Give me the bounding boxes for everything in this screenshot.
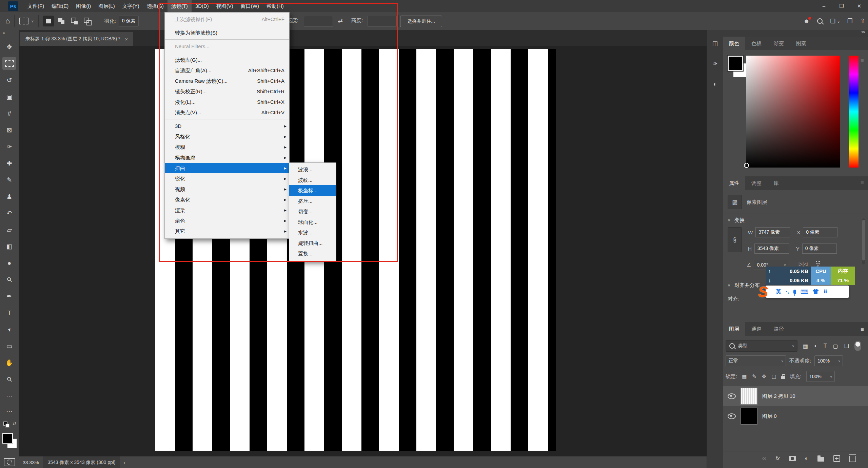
menu-edit[interactable]: 编辑(E): [48, 0, 72, 12]
ime-punctuation-icon[interactable]: ·,: [786, 289, 789, 295]
healing-brush-tool[interactable]: ✚: [0, 155, 19, 172]
feather-input[interactable]: 0 像素: [119, 16, 139, 26]
close-icon[interactable]: ✕: [850, 0, 868, 12]
filter-adjustment-icon[interactable]: ◐: [814, 343, 817, 349]
rectangular-marquee-tool[interactable]: ·: [0, 55, 19, 72]
active-tool-preset[interactable]: ∨: [19, 18, 34, 24]
rectangle-tool[interactable]: ▭: [0, 338, 19, 354]
opacity-input[interactable]: 100%∨: [814, 355, 843, 366]
layer-visibility-icon[interactable]: [728, 393, 736, 399]
layer-thumbnail[interactable]: [741, 408, 757, 425]
keyboard-icon[interactable]: ⌨: [801, 289, 808, 295]
adjustment-layer-icon[interactable]: ◐: [805, 455, 808, 462]
width-value-input[interactable]: 3747 像素: [755, 227, 790, 237]
new-selection-icon[interactable]: [43, 16, 54, 26]
subtract-selection-icon[interactable]: [69, 16, 80, 26]
ime-language-mode[interactable]: 英: [776, 288, 781, 295]
x-value-input[interactable]: 0 像素: [803, 227, 837, 237]
dodge-tool[interactable]: ⚲: [0, 271, 19, 288]
adjustments-panel-icon[interactable]: ◐: [707, 77, 723, 91]
pen-tool[interactable]: ✒: [0, 288, 19, 305]
new-layer-icon[interactable]: [833, 455, 840, 462]
layer-visibility-icon[interactable]: [728, 413, 736, 419]
foreground-color-swatch[interactable]: [2, 433, 13, 444]
link-dimensions-icon[interactable]: §: [728, 227, 742, 252]
path-selection-tool[interactable]: ➤: [0, 321, 19, 338]
quick-mask-icon[interactable]: [4, 458, 15, 466]
swap-colors-icon[interactable]: ⇄: [13, 421, 16, 426]
move-tool[interactable]: ✥: [0, 39, 19, 55]
sogou-logo-icon[interactable]: S: [758, 284, 768, 300]
lock-all-icon[interactable]: [781, 376, 785, 379]
hand-tool[interactable]: ✋: [0, 354, 19, 371]
tab-patterns[interactable]: 图案: [790, 37, 812, 50]
microphone-icon[interactable]: [793, 290, 796, 294]
status-chevron-icon[interactable]: ›: [123, 460, 125, 465]
share-icon[interactable]: ⇧: [860, 17, 865, 25]
color-picker-ring[interactable]: [744, 163, 749, 168]
clone-stamp-tool[interactable]: ♟: [0, 188, 19, 205]
gradient-tool[interactable]: ◧: [0, 238, 19, 255]
filter-type-icon[interactable]: T: [824, 343, 827, 349]
collapse-panels-icon[interactable]: >>: [723, 30, 868, 37]
toolbox-grid-icon[interactable]: ⠿: [823, 289, 828, 295]
tab-swatches[interactable]: 色板: [745, 37, 768, 50]
object-selection-tool[interactable]: ▣: [0, 89, 19, 105]
brush-settings-panel-icon[interactable]: ✑: [707, 57, 723, 71]
edit-toolbar-icon[interactable]: ⋯: [0, 388, 19, 404]
frame-tool[interactable]: ⊠: [0, 122, 19, 138]
layer-style-icon[interactable]: fx: [775, 455, 780, 462]
filter-toggle-icon[interactable]: [854, 341, 861, 351]
info-panel-icon[interactable]: ◫: [707, 37, 723, 50]
tab-properties[interactable]: 属性: [723, 176, 745, 190]
tab-adjustments[interactable]: 调整: [745, 176, 768, 190]
tab-paths[interactable]: 路径: [768, 322, 790, 336]
edit-toolbar-icon[interactable]: ⋯: [0, 403, 19, 420]
lasso-tool[interactable]: ↺: [0, 72, 19, 89]
filter-smart-object-icon[interactable]: ❏: [844, 343, 849, 349]
scrollbar[interactable]: [862, 218, 865, 265]
tab-layers[interactable]: 图层: [723, 322, 745, 336]
lock-transparency-icon[interactable]: ▦: [742, 373, 747, 379]
brush-tool[interactable]: ✎: [0, 172, 19, 188]
tab-gradients[interactable]: 渐变: [768, 37, 790, 50]
menu-file[interactable]: 文件(F): [24, 0, 48, 12]
lock-position-icon[interactable]: ✥: [762, 373, 766, 379]
eyedropper-tool[interactable]: ✑: [0, 138, 19, 155]
height-value-input[interactable]: 3543 像素: [754, 243, 789, 254]
minimize-icon[interactable]: –: [815, 0, 833, 12]
arrange-documents-icon[interactable]: ❐: [847, 17, 853, 25]
y-value-input[interactable]: 0 像素: [802, 243, 837, 254]
transform-section-header[interactable]: ∨ 变换: [728, 217, 745, 223]
lock-artboard-icon[interactable]: ▢: [772, 373, 776, 379]
filter-image-icon[interactable]: ▦: [803, 343, 808, 349]
panel-menu-icon[interactable]: ≡: [861, 180, 864, 187]
fill-input[interactable]: 100%∨: [806, 371, 835, 382]
document-tab[interactable]: 未标题-1 @ 33.3% (图层 2 拷贝 10, RGB/8) * ×: [20, 32, 133, 46]
close-tab-icon[interactable]: ×: [125, 36, 128, 42]
saturation-brightness-field[interactable]: [746, 56, 840, 168]
type-tool[interactable]: T: [0, 305, 19, 321]
tab-channels[interactable]: 通道: [745, 322, 768, 336]
zoom-tool[interactable]: ⚲: [0, 371, 19, 388]
layer-thumbnail[interactable]: [741, 388, 757, 405]
add-mask-icon[interactable]: [789, 456, 796, 461]
layer-filter-input[interactable]: 类型 ∨: [726, 340, 797, 352]
select-and-mask-button[interactable]: 选择并遮住...: [400, 16, 442, 27]
foreground-color-swatch[interactable]: [728, 56, 743, 71]
add-selection-icon[interactable]: [56, 16, 67, 26]
link-layers-icon[interactable]: ∞: [762, 455, 766, 462]
collapse-toolbar-icon[interactable]: »: [3, 31, 4, 35]
home-icon[interactable]: ⌂: [5, 17, 10, 25]
blur-tool[interactable]: ●: [0, 255, 19, 271]
layer-row[interactable]: 图层 0: [723, 406, 868, 426]
tab-color[interactable]: 颜色: [723, 37, 745, 50]
new-group-icon[interactable]: [817, 457, 824, 462]
history-brush-tool[interactable]: ↶: [0, 205, 19, 221]
filter-shape-icon[interactable]: ▢: [833, 343, 838, 349]
skin-icon[interactable]: [813, 289, 819, 294]
blend-mode-select[interactable]: 正常∨: [726, 355, 786, 366]
panel-menu-icon[interactable]: ≡: [861, 58, 864, 64]
layer-row[interactable]: 图层 2 拷贝 10: [723, 386, 868, 406]
align-section-header[interactable]: ∨ 对齐并分布: [728, 282, 760, 289]
